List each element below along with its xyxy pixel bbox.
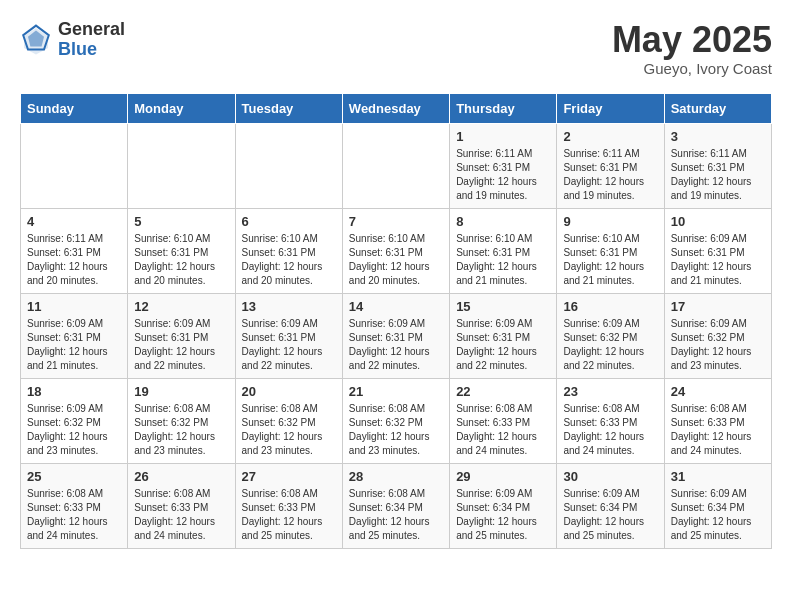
day-number: 15 [456, 299, 550, 314]
day-info: Sunrise: 6:08 AM Sunset: 6:32 PM Dayligh… [134, 402, 228, 458]
day-number: 19 [134, 384, 228, 399]
calendar-cell: 21Sunrise: 6:08 AM Sunset: 6:32 PM Dayli… [342, 378, 449, 463]
calendar-cell: 9Sunrise: 6:10 AM Sunset: 6:31 PM Daylig… [557, 208, 664, 293]
day-info: Sunrise: 6:10 AM Sunset: 6:31 PM Dayligh… [563, 232, 657, 288]
day-header-saturday: Saturday [664, 93, 771, 123]
day-number: 27 [242, 469, 336, 484]
calendar-cell: 2Sunrise: 6:11 AM Sunset: 6:31 PM Daylig… [557, 123, 664, 208]
day-header-tuesday: Tuesday [235, 93, 342, 123]
day-number: 28 [349, 469, 443, 484]
calendar-cell: 16Sunrise: 6:09 AM Sunset: 6:32 PM Dayli… [557, 293, 664, 378]
day-info: Sunrise: 6:10 AM Sunset: 6:31 PM Dayligh… [349, 232, 443, 288]
day-info: Sunrise: 6:09 AM Sunset: 6:31 PM Dayligh… [134, 317, 228, 373]
day-number: 11 [27, 299, 121, 314]
day-number: 29 [456, 469, 550, 484]
calendar-cell: 8Sunrise: 6:10 AM Sunset: 6:31 PM Daylig… [450, 208, 557, 293]
day-number: 12 [134, 299, 228, 314]
day-number: 8 [456, 214, 550, 229]
calendar-cell [235, 123, 342, 208]
title-area: May 2025 Gueyo, Ivory Coast [612, 20, 772, 77]
day-info: Sunrise: 6:11 AM Sunset: 6:31 PM Dayligh… [671, 147, 765, 203]
calendar-cell: 24Sunrise: 6:08 AM Sunset: 6:33 PM Dayli… [664, 378, 771, 463]
calendar-cell: 22Sunrise: 6:08 AM Sunset: 6:33 PM Dayli… [450, 378, 557, 463]
calendar-cell: 26Sunrise: 6:08 AM Sunset: 6:33 PM Dayli… [128, 463, 235, 548]
calendar-cell: 15Sunrise: 6:09 AM Sunset: 6:31 PM Dayli… [450, 293, 557, 378]
calendar-cell: 7Sunrise: 6:10 AM Sunset: 6:31 PM Daylig… [342, 208, 449, 293]
day-header-sunday: Sunday [21, 93, 128, 123]
day-number: 18 [27, 384, 121, 399]
calendar-cell: 23Sunrise: 6:08 AM Sunset: 6:33 PM Dayli… [557, 378, 664, 463]
day-info: Sunrise: 6:09 AM Sunset: 6:34 PM Dayligh… [671, 487, 765, 543]
day-number: 21 [349, 384, 443, 399]
calendar-cell: 31Sunrise: 6:09 AM Sunset: 6:34 PM Dayli… [664, 463, 771, 548]
day-info: Sunrise: 6:10 AM Sunset: 6:31 PM Dayligh… [242, 232, 336, 288]
day-number: 17 [671, 299, 765, 314]
day-info: Sunrise: 6:08 AM Sunset: 6:33 PM Dayligh… [563, 402, 657, 458]
day-info: Sunrise: 6:08 AM Sunset: 6:32 PM Dayligh… [242, 402, 336, 458]
day-number: 2 [563, 129, 657, 144]
day-number: 20 [242, 384, 336, 399]
day-number: 13 [242, 299, 336, 314]
calendar-cell: 10Sunrise: 6:09 AM Sunset: 6:31 PM Dayli… [664, 208, 771, 293]
calendar-cell [128, 123, 235, 208]
day-number: 7 [349, 214, 443, 229]
logo: General Blue [20, 20, 125, 60]
calendar-cell: 19Sunrise: 6:08 AM Sunset: 6:32 PM Dayli… [128, 378, 235, 463]
day-number: 26 [134, 469, 228, 484]
day-info: Sunrise: 6:08 AM Sunset: 6:33 PM Dayligh… [27, 487, 121, 543]
calendar-subtitle: Gueyo, Ivory Coast [612, 60, 772, 77]
logo-blue: Blue [58, 40, 125, 60]
day-header-monday: Monday [128, 93, 235, 123]
day-number: 24 [671, 384, 765, 399]
calendar-cell: 25Sunrise: 6:08 AM Sunset: 6:33 PM Dayli… [21, 463, 128, 548]
day-number: 16 [563, 299, 657, 314]
day-header-friday: Friday [557, 93, 664, 123]
calendar-title: May 2025 [612, 20, 772, 60]
day-header-thursday: Thursday [450, 93, 557, 123]
calendar-cell: 28Sunrise: 6:08 AM Sunset: 6:34 PM Dayli… [342, 463, 449, 548]
calendar-cell: 14Sunrise: 6:09 AM Sunset: 6:31 PM Dayli… [342, 293, 449, 378]
day-info: Sunrise: 6:08 AM Sunset: 6:33 PM Dayligh… [456, 402, 550, 458]
calendar-cell: 20Sunrise: 6:08 AM Sunset: 6:32 PM Dayli… [235, 378, 342, 463]
logo-general: General [58, 20, 125, 40]
day-info: Sunrise: 6:09 AM Sunset: 6:32 PM Dayligh… [563, 317, 657, 373]
calendar-cell [21, 123, 128, 208]
calendar-cell: 13Sunrise: 6:09 AM Sunset: 6:31 PM Dayli… [235, 293, 342, 378]
day-info: Sunrise: 6:11 AM Sunset: 6:31 PM Dayligh… [563, 147, 657, 203]
calendar-cell: 17Sunrise: 6:09 AM Sunset: 6:32 PM Dayli… [664, 293, 771, 378]
day-number: 1 [456, 129, 550, 144]
calendar-cell: 12Sunrise: 6:09 AM Sunset: 6:31 PM Dayli… [128, 293, 235, 378]
calendar-cell: 29Sunrise: 6:09 AM Sunset: 6:34 PM Dayli… [450, 463, 557, 548]
calendar-cell: 3Sunrise: 6:11 AM Sunset: 6:31 PM Daylig… [664, 123, 771, 208]
day-number: 6 [242, 214, 336, 229]
day-number: 9 [563, 214, 657, 229]
calendar-cell: 5Sunrise: 6:10 AM Sunset: 6:31 PM Daylig… [128, 208, 235, 293]
calendar-table: SundayMondayTuesdayWednesdayThursdayFrid… [20, 93, 772, 549]
day-info: Sunrise: 6:09 AM Sunset: 6:34 PM Dayligh… [456, 487, 550, 543]
day-info: Sunrise: 6:09 AM Sunset: 6:34 PM Dayligh… [563, 487, 657, 543]
calendar-cell: 6Sunrise: 6:10 AM Sunset: 6:31 PM Daylig… [235, 208, 342, 293]
day-number: 10 [671, 214, 765, 229]
day-info: Sunrise: 6:08 AM Sunset: 6:32 PM Dayligh… [349, 402, 443, 458]
day-info: Sunrise: 6:08 AM Sunset: 6:33 PM Dayligh… [134, 487, 228, 543]
day-info: Sunrise: 6:09 AM Sunset: 6:32 PM Dayligh… [671, 317, 765, 373]
day-info: Sunrise: 6:09 AM Sunset: 6:31 PM Dayligh… [242, 317, 336, 373]
header: General Blue May 2025 Gueyo, Ivory Coast [20, 20, 772, 77]
calendar-cell: 4Sunrise: 6:11 AM Sunset: 6:31 PM Daylig… [21, 208, 128, 293]
day-info: Sunrise: 6:10 AM Sunset: 6:31 PM Dayligh… [134, 232, 228, 288]
day-header-wednesday: Wednesday [342, 93, 449, 123]
day-info: Sunrise: 6:08 AM Sunset: 6:34 PM Dayligh… [349, 487, 443, 543]
day-info: Sunrise: 6:11 AM Sunset: 6:31 PM Dayligh… [456, 147, 550, 203]
day-number: 4 [27, 214, 121, 229]
calendar-cell: 18Sunrise: 6:09 AM Sunset: 6:32 PM Dayli… [21, 378, 128, 463]
day-number: 3 [671, 129, 765, 144]
day-info: Sunrise: 6:10 AM Sunset: 6:31 PM Dayligh… [456, 232, 550, 288]
day-number: 5 [134, 214, 228, 229]
calendar-cell [342, 123, 449, 208]
day-number: 14 [349, 299, 443, 314]
calendar-cell: 1Sunrise: 6:11 AM Sunset: 6:31 PM Daylig… [450, 123, 557, 208]
day-info: Sunrise: 6:09 AM Sunset: 6:31 PM Dayligh… [671, 232, 765, 288]
day-number: 23 [563, 384, 657, 399]
calendar-cell: 11Sunrise: 6:09 AM Sunset: 6:31 PM Dayli… [21, 293, 128, 378]
day-number: 25 [27, 469, 121, 484]
